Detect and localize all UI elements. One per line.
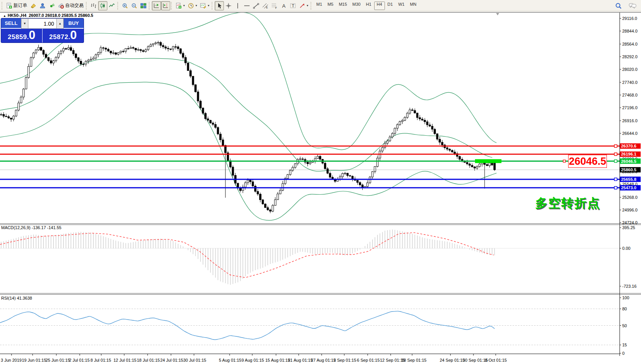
timeframe-tf-m30-button[interactable]: M30 xyxy=(350,2,363,10)
horizontal-line-button[interactable] xyxy=(242,1,251,10)
trendline-button[interactable] xyxy=(251,1,261,10)
buy-price[interactable]: 25872.0 xyxy=(43,29,84,43)
panel-toggle-icon[interactable]: ▲ xyxy=(3,14,6,18)
price-tag-25860.5: 25860.5 xyxy=(620,167,641,172)
date-tick-label: 18 Jul 01:15 xyxy=(137,358,160,362)
volume-input[interactable]: 1.00 xyxy=(28,18,56,29)
timeframe-tf-h4-button[interactable]: H4 xyxy=(374,2,385,10)
textA-icon: A xyxy=(281,3,287,9)
turning-point-annotation[interactable]: 多空转折点 xyxy=(535,195,600,212)
timeframe-tf-mn-button[interactable]: MN xyxy=(407,2,419,10)
price-tag-25655.8: 25655.8 xyxy=(620,177,641,182)
price-tick-label: 27196.0 xyxy=(622,105,638,110)
macd-indicator-label: MACD(12,26,9) -136.17 -141.55 xyxy=(1,225,61,230)
chart-canvas[interactable]: 29116.028844.028564.028292.028020.027740… xyxy=(0,0,641,364)
price-label-anchor xyxy=(563,160,565,162)
bar-chart-button[interactable] xyxy=(89,1,98,10)
tile-windows-button[interactable] xyxy=(139,1,148,10)
macd-tick-label: 0.00 xyxy=(622,246,630,251)
svg-text:F: F xyxy=(275,6,277,9)
price-tick-label: 28844.0 xyxy=(622,29,638,33)
search-button[interactable] xyxy=(613,1,623,10)
price-tag-26196.1: 26196.1 xyxy=(620,151,641,157)
text-button[interactable]: A xyxy=(279,1,288,10)
buy-button[interactable]: BUY xyxy=(64,18,84,29)
symbol-info: ▲HK50-,H4 26007.0 26018.0 25835.5 25860.… xyxy=(2,13,94,18)
symbol-title: HK50-,H4 xyxy=(8,13,26,18)
toolbar-group-grip xyxy=(149,2,151,10)
zoom-in-button[interactable] xyxy=(120,1,130,10)
community-button[interactable] xyxy=(627,1,638,10)
toolbar: 新订单自动交易▾▾▾EFAT▾M1M5M15M30H1H4D1W1MN xyxy=(0,0,641,11)
indicators-icon xyxy=(176,3,182,9)
timeframe-tf-m15-button[interactable]: M15 xyxy=(336,2,350,10)
svg-text:26196.1: 26196.1 xyxy=(621,152,636,156)
zoom-out-button[interactable] xyxy=(130,1,139,10)
eraser-button[interactable] xyxy=(29,1,38,10)
periods-button[interactable]: ▾ xyxy=(186,1,199,10)
date-tick-label: 8 Oct 01:15 xyxy=(485,358,507,362)
volume-decrease-button[interactable]: ▼ xyxy=(21,18,28,29)
line-chart-button[interactable] xyxy=(107,1,117,10)
date-tick-label: 25 Jun 01:15 xyxy=(46,358,70,362)
timeframe-tf-m5-button[interactable]: M5 xyxy=(325,2,336,10)
toolbar-group-grip xyxy=(311,2,312,10)
tf-d1-label: D1 xyxy=(388,2,393,7)
hline-handle xyxy=(615,178,617,180)
templates-button[interactable]: ▾ xyxy=(199,1,211,10)
indicators-button[interactable]: ▾ xyxy=(174,1,186,10)
crosshair-button[interactable] xyxy=(224,1,233,10)
clock-icon xyxy=(188,3,194,9)
profile-button[interactable] xyxy=(38,1,47,10)
macd-tick-label: 395.25 xyxy=(622,225,635,230)
price-annotation-label[interactable]: 26046.5 xyxy=(568,155,607,168)
textT-icon: T xyxy=(290,3,296,9)
new-order-icon xyxy=(6,3,12,9)
signals-button[interactable] xyxy=(47,1,56,10)
date-tick-label: 6 Sep 01:15 xyxy=(357,358,380,362)
chart-shift-button[interactable] xyxy=(161,1,170,10)
hline-icon xyxy=(244,3,250,9)
timeframe-tf-w1-button[interactable]: W1 xyxy=(396,2,408,10)
date-tick-label: 24 Sep 01:15 xyxy=(440,358,465,362)
channel-icon: E xyxy=(262,3,268,9)
fibonacci-button[interactable]: F xyxy=(270,1,279,10)
timeframe-tf-m1-button[interactable]: M1 xyxy=(314,2,325,10)
auto-scroll-button[interactable] xyxy=(152,1,161,10)
zoom-out-icon xyxy=(131,3,137,9)
text-label-button[interactable]: T xyxy=(288,1,297,10)
price-tick-label: 28564.0 xyxy=(622,42,638,46)
toolbar-group-chart-type xyxy=(89,0,117,11)
dropdown-caret-icon: ▾ xyxy=(196,4,197,7)
template-icon xyxy=(200,3,206,9)
date-tick-label: 18 Sep 01:15 xyxy=(401,358,426,362)
tf-h1-label: H1 xyxy=(366,2,371,7)
chat-icon xyxy=(629,3,636,9)
date-tick-label: 2 Jul 01:15 xyxy=(69,358,90,362)
auto-trading-button[interactable]: 自动交易 xyxy=(56,1,85,10)
timeframe-tf-h1-button[interactable]: H1 xyxy=(363,2,374,10)
candlestick-chart-button[interactable] xyxy=(98,1,107,10)
cursor-button[interactable] xyxy=(215,1,224,10)
arrows-button[interactable]: ▾ xyxy=(297,1,310,10)
profile-icon xyxy=(39,3,46,9)
equidistant-channel-button[interactable]: E xyxy=(261,1,270,10)
rsi-tick-label: 100 xyxy=(622,295,629,300)
new-order-button[interactable]: 新订单 xyxy=(5,1,29,10)
price-tick-label: 26916.0 xyxy=(622,118,638,123)
highlight-trend-segment xyxy=(475,159,501,163)
sell-button[interactable]: SELL xyxy=(1,18,21,29)
tf-m30-label: M30 xyxy=(352,2,360,7)
date-tick-label: 19 Jun 01:15 xyxy=(22,358,46,362)
bars-icon xyxy=(90,3,97,9)
arrows-icon xyxy=(299,3,305,9)
date-tick-label: 15 Aug 01:15 xyxy=(265,358,290,362)
svg-text:26046.5: 26046.5 xyxy=(621,159,636,164)
timeframe-tf-d1-button[interactable]: D1 xyxy=(385,2,396,10)
vertical-line-button[interactable] xyxy=(233,1,242,10)
toolbar-group-grip xyxy=(86,2,88,10)
volume-increase-button[interactable]: ▲ xyxy=(56,18,64,29)
sell-price[interactable]: 25859.0 xyxy=(1,29,43,43)
tf-m15-label: M15 xyxy=(339,2,347,7)
symbol-ohlc: 26007.0 26018.0 25835.5 25860.5 xyxy=(29,13,93,18)
